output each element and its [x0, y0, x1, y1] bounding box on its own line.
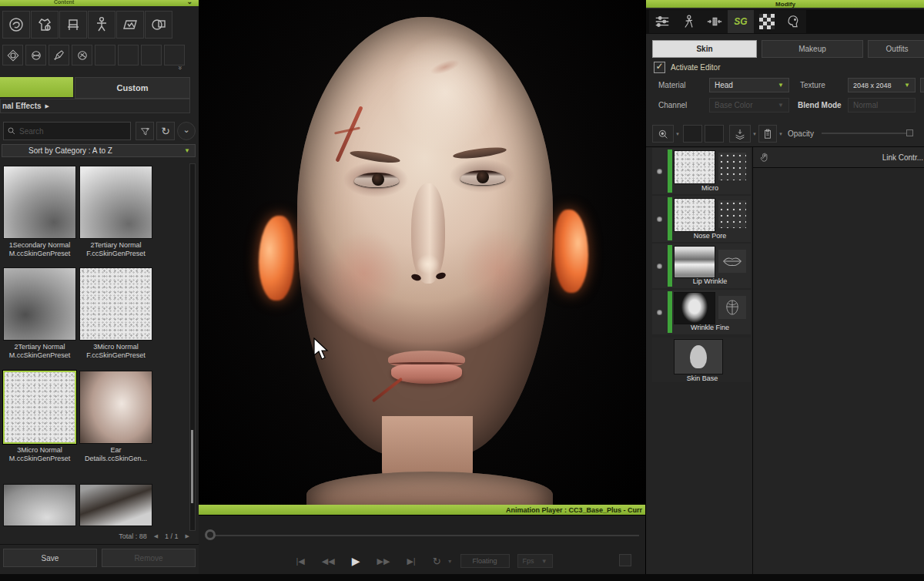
opacity-slider-handle[interactable]: [906, 129, 913, 136]
preset-item[interactable]: 2Tertiary NormalF.ccSkinGenPreset: [79, 166, 152, 258]
pen-tool-button[interactable]: [49, 45, 69, 65]
category-skin-button[interactable]: Skin: [652, 40, 757, 58]
filter-button[interactable]: [136, 122, 154, 140]
timeline-playhead[interactable]: [205, 529, 216, 540]
panel-collapse-icon[interactable]: ⌄: [186, 0, 192, 5]
layer-row-skin-base[interactable]: Skin Base: [652, 338, 751, 382]
material-diamond-button[interactable]: [2, 45, 23, 65]
layer-visibility-toggle[interactable]: [657, 264, 662, 269]
palette-tool-button[interactable]: [72, 45, 92, 65]
accessory-tool-button[interactable]: [59, 11, 87, 39]
floating-button[interactable]: Floating: [460, 554, 510, 568]
layer-mask-badge[interactable]: [718, 200, 746, 228]
preset-thumbnail: [79, 371, 152, 444]
sort-dropdown[interactable]: Sort by Category : A to Z ▼: [2, 144, 196, 157]
layer-visibility-toggle[interactable]: [657, 217, 662, 222]
layer-thumbnail[interactable]: [674, 246, 715, 278]
avatar-tool-button[interactable]: [2, 11, 30, 39]
layer-row-lip-wrinkle[interactable]: Lip Wrinkle: [652, 243, 751, 288]
tab-modify-skingen-active[interactable]: SG: [728, 10, 754, 33]
blend-mode-dropdown[interactable]: Normal: [848, 98, 916, 113]
preset-item[interactable]: 3Micro NormalF.ccSkinGenPreset: [79, 267, 152, 360]
grid-scrollbar-thumb[interactable]: [191, 430, 193, 503]
texture-dropdown[interactable]: 2048 x 2048 ▼: [848, 78, 916, 92]
layer-visibility-toggle[interactable]: [657, 169, 662, 174]
cloth-tool-button[interactable]: [31, 11, 59, 39]
material-dropdown[interactable]: Head ▼: [709, 78, 789, 92]
page-prev-button[interactable]: ◀: [154, 533, 158, 539]
tab-modify-head[interactable]: [780, 10, 806, 33]
material-value: Head: [715, 81, 733, 89]
preset-item[interactable]: 2Tertiary NormalM.ccSkinGenPreset: [3, 267, 76, 360]
layer-thumbnail[interactable]: [674, 150, 715, 184]
link-control-row[interactable]: Link Contr...: [753, 147, 924, 168]
layer-thumbnail[interactable]: [674, 292, 715, 324]
activate-editor-row[interactable]: ✓ Activate Editor: [654, 62, 720, 73]
layer-row-micro[interactable]: Micro: [652, 148, 751, 194]
tab-modify-material[interactable]: [754, 10, 780, 33]
save-button[interactable]: Save: [3, 549, 97, 567]
skeleton-tool-button[interactable]: [88, 11, 116, 39]
refresh-button[interactable]: ↻: [156, 122, 175, 140]
toolbar-collapse-icon[interactable]: »: [176, 65, 184, 69]
character-shoulders: [306, 472, 553, 505]
preset-thumbnail: [3, 371, 76, 444]
tab-modify-morph[interactable]: [701, 10, 728, 33]
layer-mask-badge[interactable]: [718, 153, 746, 180]
search-input[interactable]: Search: [3, 122, 131, 140]
channel-dropdown[interactable]: Base Color ▼: [709, 98, 789, 113]
content-panel-header[interactable]: Content ⌄: [0, 0, 199, 6]
empty-slot-2: [118, 45, 139, 65]
props-tool-button[interactable]: [145, 11, 172, 39]
layer-active-bar: [668, 245, 672, 287]
clipboard-caret-icon[interactable]: ▼: [778, 132, 783, 136]
go-first-button[interactable]: |◀: [291, 556, 309, 567]
tab-modify-sliders[interactable]: [649, 10, 675, 33]
preset-thumbnail-partial[interactable]: [79, 484, 152, 526]
preset-item-selected[interactable]: 3Micro NormalM.ccSkinGenPreset: [3, 371, 76, 463]
tab-selected-green[interactable]: [0, 77, 73, 97]
collapse-list-button[interactable]: ⌄: [177, 122, 196, 140]
prev-frame-button[interactable]: ◀◀: [317, 556, 340, 567]
remove-button[interactable]: Remove: [102, 549, 196, 567]
page-next-button[interactable]: ▶: [186, 533, 189, 539]
preset-item[interactable]: 1Secondary NormalM.ccSkinGenPreset: [3, 166, 76, 258]
layer-active-bar: [668, 197, 672, 240]
tab-modify-pose[interactable]: [675, 10, 701, 33]
layer-visibility-toggle[interactable]: [657, 310, 662, 315]
play-button[interactable]: ▶: [347, 554, 365, 568]
animation-player-bar[interactable]: Animation Player : CC3_Base_Plus - Curr: [199, 505, 645, 515]
activate-editor-checkbox[interactable]: ✓: [654, 62, 665, 73]
clipboard-button[interactable]: [758, 125, 777, 143]
transport-extra-button[interactable]: [619, 554, 631, 566]
layer-row-nose-pore[interactable]: Nose Pore: [652, 196, 751, 242]
grid-scrollbar[interactable]: [189, 163, 196, 531]
lips-wireframe-badge[interactable]: [718, 250, 746, 273]
bake-caret-icon[interactable]: ▼: [752, 132, 757, 136]
clipboard-icon: [762, 129, 773, 139]
category-makeup-button[interactable]: Makeup: [762, 40, 863, 58]
loop-button[interactable]: ↻: [428, 555, 446, 568]
texture-extra-button[interactable]: [920, 78, 924, 92]
tab-custom[interactable]: Custom: [75, 77, 190, 99]
material-sphere-button[interactable]: [25, 45, 46, 65]
bake-layers-button[interactable]: [729, 125, 751, 143]
layer-thumbnail[interactable]: [674, 198, 715, 232]
breadcrumb[interactable]: nal Effects ▶: [0, 99, 190, 113]
preset-item[interactable]: EarDetails.ccSkinGen...: [79, 371, 152, 463]
next-frame-button[interactable]: ▶▶: [372, 556, 394, 567]
layer-thumbnail[interactable]: [674, 339, 723, 374]
opacity-slider-track[interactable]: [822, 133, 908, 134]
modify-panel-header[interactable]: Modify: [646, 0, 924, 8]
scene-tool-button[interactable]: [116, 11, 144, 39]
preset-thumbnail-partial[interactable]: [3, 484, 76, 526]
viewport-3d[interactable]: [199, 0, 645, 505]
fps-dropdown[interactable]: Fps ▼: [517, 554, 553, 568]
paint-layer-button[interactable]: [652, 125, 674, 143]
go-last-button[interactable]: ▶|: [402, 556, 420, 567]
category-outfits-button[interactable]: Outfits: [868, 40, 924, 58]
timeline-track[interactable]: [208, 535, 639, 536]
paint-caret-icon[interactable]: ▼: [675, 132, 680, 136]
head-wireframe-badge[interactable]: [718, 296, 746, 319]
layer-row-wrinkle-fine[interactable]: Wrinkle Fine: [652, 290, 751, 334]
